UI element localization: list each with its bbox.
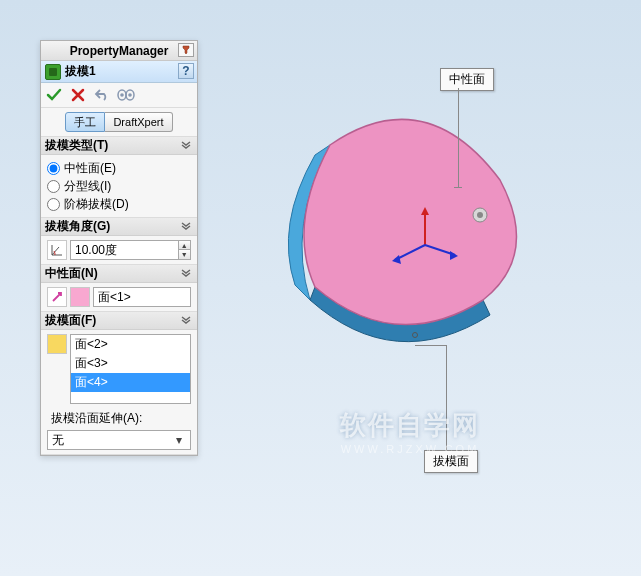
chevron-up-icon [179, 314, 193, 328]
svg-point-11 [120, 93, 124, 97]
extend-select[interactable]: 无 ▾ [47, 430, 191, 450]
section-header-neutral[interactable]: 中性面(N) [41, 265, 197, 283]
chevron-down-icon: ▾ [172, 433, 186, 447]
section-header-faces[interactable]: 拔模面(F) [41, 312, 197, 330]
angle-icon [47, 240, 67, 260]
radio-input[interactable] [47, 180, 60, 193]
callout-draft: 拔模面 [424, 450, 478, 473]
extend-label: 拔模沿面延伸(A): [51, 410, 191, 427]
mode-manual-button[interactable]: 手工 [65, 112, 105, 132]
model-3d[interactable] [265, 95, 545, 375]
watermark: 软件自学网 WWW.RJZXW.COM [340, 408, 480, 455]
draft-type-option-2[interactable]: 阶梯拔模(D) [47, 195, 191, 213]
angle-spin-up[interactable]: ▲ [178, 241, 190, 250]
draft-face-swatch [47, 334, 67, 354]
neutral-plane-swatch [70, 287, 90, 307]
radio-input[interactable] [47, 198, 60, 211]
mode-draftxpert-button[interactable]: DraftXpert [105, 112, 172, 132]
reverse-direction-button[interactable] [47, 287, 67, 307]
ok-button[interactable] [45, 86, 63, 104]
svg-point-7 [477, 212, 483, 218]
callout-neutral: 中性面 [440, 68, 494, 91]
cancel-button[interactable] [69, 86, 87, 104]
preview-button[interactable] [117, 86, 135, 104]
radio-input[interactable] [47, 162, 60, 175]
property-manager-titlebar: PropertyManager [41, 41, 197, 61]
svg-point-12 [128, 93, 132, 97]
property-manager-panel: PropertyManager 拔模1 ? 手工 DraftXpert 拔模类型… [40, 40, 198, 456]
list-item[interactable]: 面<4> [71, 373, 190, 392]
section-header-type[interactable]: 拔模类型(T) [41, 137, 197, 155]
chevron-up-icon [179, 220, 193, 234]
draft-feature-icon [45, 64, 61, 80]
chevron-up-icon [179, 267, 193, 281]
undo-button[interactable] [93, 86, 111, 104]
pushpin-button[interactable] [178, 43, 194, 57]
property-manager-title: PropertyManager [70, 44, 169, 58]
section-header-angle[interactable]: 拔模角度(G) [41, 218, 197, 236]
feature-header: 拔模1 ? [41, 61, 197, 83]
help-button[interactable]: ? [178, 63, 194, 79]
draft-angle-input[interactable] [71, 243, 178, 257]
angle-spin-down[interactable]: ▼ [178, 250, 190, 259]
list-item[interactable]: 面<2> [71, 335, 190, 354]
list-item[interactable]: 面<3> [71, 354, 190, 373]
draft-type-option-0[interactable]: 中性面(E) [47, 159, 191, 177]
feature-name: 拔模1 [65, 63, 96, 80]
chevron-up-icon [179, 139, 193, 153]
neutral-plane-field[interactable]: 面<1> [93, 287, 191, 307]
draft-type-option-1[interactable]: 分型线(I) [47, 177, 191, 195]
draft-faces-list[interactable]: 面<2>面<3>面<4> [70, 334, 191, 404]
